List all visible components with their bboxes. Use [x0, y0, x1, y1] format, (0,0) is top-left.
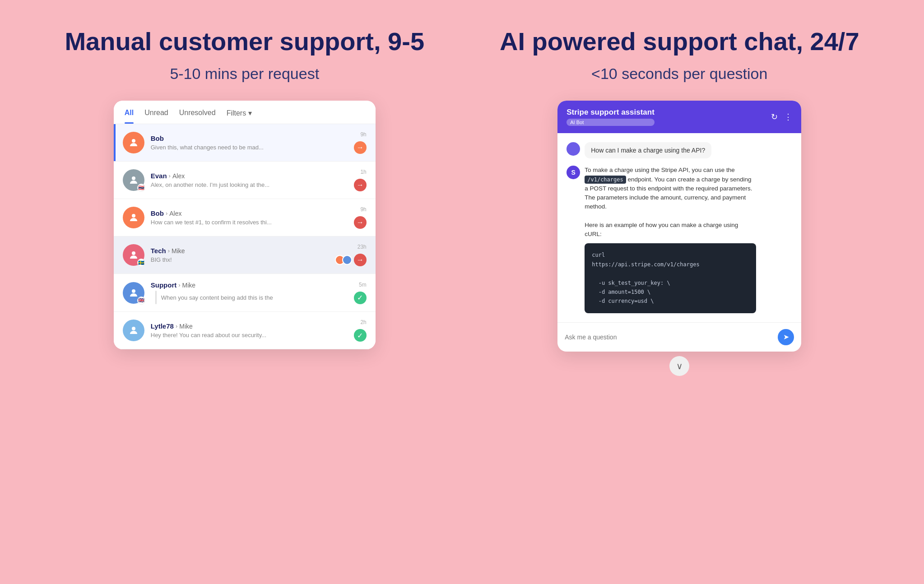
chat-arrow: ›	[178, 282, 180, 288]
ai-chat-footer: ➤	[557, 322, 801, 352]
ai-chat-input[interactable]	[565, 334, 773, 341]
chat-to: Alex	[169, 210, 181, 217]
chat-content: Tech › Mike BIG thx!	[151, 247, 333, 263]
chat-content: Evan › Alex Alex, on another note. I'm j…	[151, 172, 349, 188]
chat-arrow: ›	[176, 323, 177, 329]
svg-point-1	[132, 176, 135, 180]
chat-content: Lytle78 › Mike Hey there! You can read a…	[151, 322, 349, 338]
send-button[interactable]: ➤	[778, 329, 794, 345]
chat-preview: Hey there! You can read about our securi…	[151, 332, 295, 338]
tab-filters[interactable]: Filters ▾	[227, 109, 252, 124]
chat-meta: 9h →	[354, 206, 367, 229]
chat-to: Alex	[172, 172, 185, 180]
chat-name: Bob	[151, 134, 164, 142]
chat-time: 9h	[360, 206, 366, 213]
svg-point-0	[132, 139, 135, 143]
chat-content: Bob › Alex How can we test #1, to confir…	[151, 209, 349, 226]
chat-meta: 5m ✓	[354, 282, 367, 304]
chat-time: 23h	[358, 244, 367, 250]
ai-chat-title: Stripe support assistant	[566, 108, 655, 117]
left-title: Manual customer support, 9-5	[65, 27, 424, 56]
right-title: AI powered support chat, 24/7	[500, 27, 859, 56]
chat-name: Bob	[151, 209, 164, 217]
chat-arrow: ›	[169, 172, 171, 179]
more-icon[interactable]: ⋮	[784, 112, 792, 122]
ai-chat-body: How can I make a charge using the API? S…	[557, 133, 801, 322]
svg-point-3	[132, 251, 135, 255]
chat-preview: Alex, on another note. I'm just looking …	[151, 181, 295, 188]
flag-badge: 🇹🇭	[137, 184, 145, 192]
chat-preview: BIG thx!	[151, 256, 295, 263]
bot-avatar: S	[566, 166, 580, 179]
ai-header-left: Stripe support assistant AI Bot	[566, 108, 655, 126]
scroll-down-button[interactable]: ∨	[669, 356, 689, 376]
chat-action-btn[interactable]: ✓	[354, 292, 367, 304]
avatar	[123, 132, 144, 153]
chat-meta: 2h ✓	[354, 319, 367, 342]
ai-header-icons: ↻ ⋮	[771, 112, 792, 122]
chat-name: Tech	[151, 247, 166, 255]
chat-meta: 23h →	[338, 244, 367, 266]
chat-name: Support	[151, 281, 177, 289]
chat-meta: 9h →	[354, 131, 367, 154]
active-indicator	[114, 124, 116, 161]
code-block: curl https://api.stripe.com/v1/charges -…	[585, 243, 756, 313]
chat-content: Bob Given this, what changes need to be …	[151, 134, 349, 151]
chat-preview: When you say content being add this is t…	[161, 294, 273, 301]
chat-to: Mike	[172, 247, 185, 255]
user-bubble: How can I make a charge using the API?	[585, 142, 711, 158]
bot-message-row: S To make a charge using the Stripe API,…	[566, 166, 792, 313]
avatar	[123, 320, 144, 341]
left-subtitle: 5-10 mins per request	[170, 65, 319, 83]
avatar-stack	[338, 255, 352, 265]
chat-preview: How can we test #1, to confirm it resolv…	[151, 219, 295, 226]
avatar: 🇸🇪	[123, 244, 144, 266]
chat-item[interactable]: Bob Given this, what changes need to be …	[114, 124, 376, 162]
chat-item[interactable]: Lytle78 › Mike Hey there! You can read a…	[114, 312, 376, 349]
svg-point-4	[132, 289, 135, 293]
chat-item[interactable]: 🇹🇭 Evan › Alex Alex, on another note. I'…	[114, 162, 376, 199]
vertical-divider	[155, 291, 157, 304]
flag-badge: 🇸🇪	[137, 259, 145, 267]
avatar: 🇬🇧	[123, 282, 144, 304]
ai-chat-wrapper: Stripe support assistant AI Bot ↻ ⋮ How …	[557, 101, 801, 351]
ai-badge: AI Bot	[566, 119, 655, 126]
chat-action-btn[interactable]: →	[354, 254, 367, 266]
chat-action-btn[interactable]: →	[354, 216, 367, 229]
chat-time: 9h	[360, 131, 366, 138]
user-message-row: How can I make a charge using the API?	[566, 142, 792, 158]
left-panel: Manual customer support, 9-5 5-10 mins p…	[27, 18, 462, 566]
refresh-icon[interactable]: ↻	[771, 112, 778, 122]
user-avatar	[566, 142, 580, 156]
send-icon: ➤	[783, 333, 789, 341]
chat-arrow: ›	[166, 210, 167, 217]
chat-item[interactable]: 🇸🇪 Tech › Mike BIG thx! 23h	[114, 236, 376, 274]
chat-item[interactable]: Bob › Alex How can we test #1, to confir…	[114, 199, 376, 236]
chat-arrow: ›	[168, 247, 170, 254]
tab-all[interactable]: All	[125, 109, 134, 124]
chat-to: Mike	[182, 282, 196, 289]
chat-action-btn[interactable]: →	[354, 179, 367, 191]
chat-to: Mike	[179, 323, 193, 330]
ai-chat-header: Stripe support assistant AI Bot ↻ ⋮	[557, 101, 801, 133]
mini-avatar	[342, 255, 352, 265]
chat-time: 1h	[360, 169, 366, 175]
chat-list-wrapper: All Unread Unresolved Filters ▾ Bob Give…	[114, 101, 376, 349]
tab-unresolved[interactable]: Unresolved	[179, 109, 216, 124]
chat-name: Evan	[151, 172, 167, 180]
chat-action-btn[interactable]: ✓	[354, 329, 367, 342]
svg-point-5	[132, 327, 135, 330]
tab-unread[interactable]: Unread	[144, 109, 168, 124]
chat-content: Support › Mike When you say content bein…	[151, 281, 349, 304]
chevron-down-icon: ∨	[676, 361, 683, 371]
right-subtitle: <10 seconds per question	[591, 65, 767, 83]
chat-meta: 1h →	[354, 169, 367, 191]
chat-time: 5m	[359, 282, 367, 288]
avatar: 🇹🇭	[123, 169, 144, 191]
flag-badge: 🇬🇧	[137, 297, 145, 305]
chat-time: 2h	[360, 319, 366, 325]
chat-action-btn[interactable]: →	[354, 141, 367, 154]
inline-code: /v1/charges	[585, 176, 626, 184]
right-panel: AI powered support chat, 24/7 <10 second…	[462, 18, 897, 566]
chat-item[interactable]: 🇬🇧 Support › Mike When you say content b…	[114, 274, 376, 312]
